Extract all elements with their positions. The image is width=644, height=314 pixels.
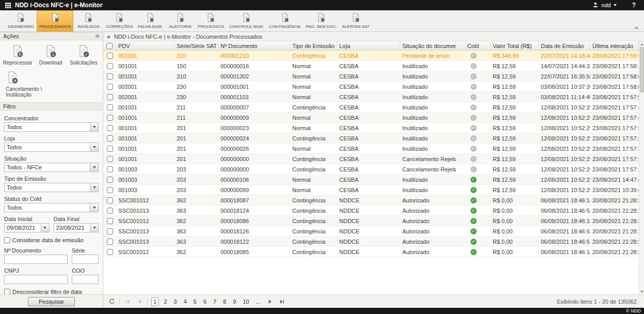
row-checkbox[interactable] <box>107 166 113 172</box>
tipo-emissao-select[interactable]: Todos <box>4 183 99 192</box>
num-documento-input[interactable] <box>4 255 68 264</box>
page-button-7[interactable]: 7 <box>212 298 218 305</box>
refresh-button[interactable] <box>107 297 116 306</box>
page-button-8[interactable]: 8 <box>222 298 228 305</box>
table-row[interactable]: SSC001012 362 000018086 Contingência NDD… <box>103 216 639 226</box>
page-button-5[interactable]: 5 <box>192 298 198 305</box>
tab-processos[interactable]: PROCESSOS <box>195 10 227 32</box>
collapse-ribbon-icon[interactable] <box>634 26 639 29</box>
table-row[interactable]: 001001 150 000000016 Normal CESBA Inutil… <box>103 61 639 71</box>
tab-processados[interactable]: PROCESSADOS <box>37 10 74 32</box>
row-checkbox[interactable] <box>107 197 113 203</box>
row-checkbox[interactable] <box>107 104 113 111</box>
table-row[interactable]: 001001 211 000000007 Contingência CESBA … <box>103 102 639 113</box>
row-checkbox[interactable] <box>107 73 113 80</box>
solicitacoes-button[interactable]: ✓ Solicitações <box>67 43 100 67</box>
row-checkbox[interactable] <box>107 228 113 234</box>
tab-auditoria[interactable]: AUDITORIA <box>165 10 195 32</box>
row-checkbox[interactable] <box>107 125 113 131</box>
concentrador-select[interactable]: Todos <box>4 122 99 132</box>
column-header-data-de-emiss-o[interactable]: Data de Emissão <box>539 41 590 50</box>
last-page-button[interactable] <box>278 297 286 306</box>
coo-input[interactable] <box>72 275 99 284</box>
table-row[interactable]: 002001 230 000001103 Normal CESBA Inutil… <box>103 92 639 102</box>
table-row[interactable]: 001003 203 000000000 Contingência CESBA … <box>103 164 639 175</box>
table-row[interactable]: SSC001012 362 000018085 Contingência NDD… <box>103 247 639 257</box>
page-button-9[interactable]: 9 <box>231 298 238 305</box>
next-page-button[interactable] <box>266 297 274 306</box>
row-checkbox[interactable] <box>107 177 113 183</box>
help-button[interactable]: ? <box>632 2 636 9</box>
page-button-6[interactable]: 6 <box>202 298 208 305</box>
page-button-4[interactable]: 4 <box>182 298 188 305</box>
serie-input[interactable] <box>72 255 99 264</box>
row-checkbox[interactable] <box>107 208 113 214</box>
tab-alertas-sat[interactable]: ALERTAS SAT <box>340 10 372 32</box>
status-cold-select[interactable]: Todos <box>4 203 99 212</box>
table-row[interactable]: SSC001012 362 000018087 Contingência NDD… <box>103 195 639 206</box>
user-menu[interactable]: ndd <box>592 2 616 9</box>
page-button-3[interactable]: 3 <box>172 298 178 305</box>
data-final-input[interactable]: 23/08/2021 <box>54 223 99 232</box>
column-header-tipo-de-emiss-o[interactable]: Tipo de Emissão <box>290 41 337 50</box>
column-header-situa-o-do-documento[interactable]: Situação do documento <box>400 41 456 50</box>
select-all-checkbox[interactable] <box>106 43 113 49</box>
row-checkbox[interactable] <box>107 94 113 100</box>
tab-pag-sem-doc[interactable]: PAG. SEM DOC. <box>303 10 339 32</box>
scroll-up-icon[interactable] <box>639 41 644 47</box>
collapse-actions-icon[interactable] <box>95 34 100 38</box>
table-row[interactable]: 001001 201 000000000 Contingência CESBA … <box>103 154 639 164</box>
scroll-down-icon[interactable] <box>639 289 644 294</box>
download-button[interactable]: ↓ Download <box>34 43 67 67</box>
table-row[interactable]: 001003 203 000000106 Normal CESBA Inutil… <box>103 175 639 185</box>
table-row[interactable]: 002001 230 000001001 Normal CESBA Inutil… <box>103 82 639 92</box>
table-row[interactable]: SSC001013 363 000018126 Contingência NDD… <box>103 226 639 237</box>
row-checkbox[interactable] <box>107 187 113 193</box>
loja-select[interactable]: Todos <box>4 143 99 152</box>
page-button-2[interactable]: 2 <box>162 298 168 305</box>
situacao-select[interactable]: Todos - NFCe <box>4 163 99 172</box>
app-grid-icon[interactable] <box>5 3 11 8</box>
table-row[interactable]: 001001 201 000000023 Normal CESBA Inutil… <box>103 123 639 133</box>
considerar-data-emissao-checkbox-input[interactable] <box>4 237 10 243</box>
row-checkbox[interactable] <box>107 84 113 90</box>
tab-controle-num[interactable]: CONTROLE NUM. <box>227 10 266 32</box>
page-button-10[interactable]: 10 <box>241 298 250 305</box>
pesquisar-button[interactable]: Pesquisar <box>28 297 75 306</box>
tab-conting-ncia[interactable]: CONTINGÊNCIA <box>266 10 303 32</box>
prev-page-button[interactable] <box>135 297 144 306</box>
column-header-s-rie-s-rie-sat[interactable]: Série/Série SAT <box>175 41 218 50</box>
collapse-sidebar-icon[interactable]: « <box>107 33 111 40</box>
data-inicial-input[interactable]: 09/08/2021 <box>4 223 50 232</box>
reprocessar-button[interactable]: ↻ Reprocessar <box>1 43 34 67</box>
table-row[interactable]: 001003 203 000000099 Normal CESBA Inutil… <box>103 185 639 195</box>
table-row[interactable]: 001001 201 000000026 Normal CESBA Inutil… <box>103 144 639 154</box>
considerar-data-emissao-checkbox[interactable]: Considerar data de emissão <box>4 237 99 243</box>
row-checkbox[interactable] <box>107 239 113 245</box>
page-button-1[interactable]: 1 <box>151 297 159 306</box>
table-row[interactable]: 001001 310 000001210 Contingência CESBA … <box>103 51 639 61</box>
scrollbar-thumb[interactable] <box>640 47 644 92</box>
row-checkbox[interactable] <box>107 156 113 162</box>
desconsiderar-filtro-checkbox-input[interactable] <box>4 289 10 294</box>
cnpj-input[interactable] <box>4 275 68 284</box>
row-checkbox[interactable] <box>107 53 113 59</box>
row-checkbox[interactable] <box>107 218 113 224</box>
tab-corre-es[interactable]: CORREÇÕES <box>103 10 135 32</box>
column-header-n-documento[interactable]: Nº Documento <box>218 41 290 50</box>
column-header-loja[interactable]: Loja <box>337 41 400 50</box>
column-header-cold[interactable]: Cold <box>456 41 491 50</box>
tab-falha-num[interactable]: FALHA NUM. <box>135 10 165 32</box>
row-checkbox[interactable] <box>107 63 113 69</box>
row-checkbox[interactable] <box>107 115 113 121</box>
table-row[interactable]: 001001 201 000000024 Contingência CESBA … <box>103 133 639 144</box>
first-page-button[interactable] <box>123 297 132 306</box>
column-header-pdv[interactable]: PDV <box>116 41 175 50</box>
vertical-scrollbar[interactable] <box>639 41 644 294</box>
desconsiderar-filtro-checkbox[interactable]: Desconsiderar filtro de data <box>4 289 99 294</box>
table-row[interactable]: 001001 211 000000009 Normal CESBA Inutil… <box>103 113 639 123</box>
row-checkbox[interactable] <box>107 135 113 142</box>
row-checkbox[interactable] <box>107 249 113 255</box>
cancelamento-inutilizacao-button[interactable]: ✕ Cancelamento \ Inutilização <box>1 69 53 99</box>
table-row[interactable]: 001001 310 000001302 Normal CESBA Inutil… <box>103 71 639 82</box>
